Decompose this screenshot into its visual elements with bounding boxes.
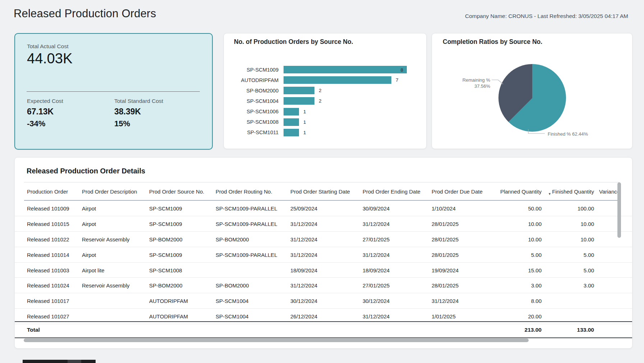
column-header-prod-order-starting-date[interactable]: Prod Order Starting Date xyxy=(290,189,350,195)
column-header-prod-order-routing-no[interactable]: Prod Order Routing No. xyxy=(216,189,272,195)
bar-value-label: 7 xyxy=(396,77,399,83)
cell-prod-order-source-no: AUTODRIPFAM xyxy=(149,313,188,319)
cell-prod-order-routing-no: SP-SCM1009-PARALLEL xyxy=(216,251,277,258)
bar-row: SP-SCM1009 8 xyxy=(234,64,421,75)
cell-prod-order-ending-date: 30/09/2024 xyxy=(363,205,390,211)
total-finished-quantity: 133.00 xyxy=(577,327,594,333)
cell-prod-order-source-no: AUTODRIPFAM xyxy=(149,298,188,304)
sort-descending-icon[interactable]: ▼ xyxy=(548,192,551,196)
table-row[interactable]: Released 101014 Airpot SP-SCM1009 SP-SCM… xyxy=(15,247,632,263)
bar[interactable] xyxy=(284,129,299,136)
cell-production-order: Released 101024 xyxy=(27,282,69,289)
cell-prod-order-routing-no: SP-SCM1004 xyxy=(216,313,249,319)
total-label: Total xyxy=(27,327,40,333)
cell-prod-order-routing-no: SP-BOM2000 xyxy=(216,236,249,242)
table-row[interactable]: Released 101017 AUTODRIPFAM SP-SCM1004 3… xyxy=(15,293,632,309)
table-row[interactable]: Released 101022 Reservoir Assembly SP-BO… xyxy=(15,232,632,247)
cell-prod-order-due-date: 28/01/2025 xyxy=(432,221,459,227)
horizontal-scrollbar-thumb[interactable] xyxy=(24,339,529,342)
bar-chart-title: No. of Production Orders by Source No. xyxy=(234,38,353,46)
pie-chart-panel: Completion Ratios by Source No. Remainin… xyxy=(432,33,632,149)
cell-prod-order-due-date: 19/09/2024 xyxy=(432,267,459,273)
bar[interactable] xyxy=(284,108,299,115)
cell-prod-order-source-no: SP-BOM2000 xyxy=(149,236,183,242)
table-row[interactable]: Released 101009 Airpot SP-SCM1009 SP-SCM… xyxy=(15,201,632,216)
kpi-standard-cost-delta: 15% xyxy=(114,119,130,128)
company-last-refreshed-text: Company Name: CRONUS - Last Refreshed: 3… xyxy=(465,13,628,19)
column-header-prod-order-due-date[interactable]: Prod Order Due Date xyxy=(432,189,483,195)
column-header-planned-quantity[interactable]: Planned Quantity xyxy=(500,189,542,195)
cell-prod-order-starting-date: 18/09/2024 xyxy=(290,267,317,273)
cell-planned-quantity: 50.00 xyxy=(528,205,542,211)
cell-prod-order-ending-date: 18/09/2024 xyxy=(363,267,390,273)
bar-category-label: SP-SCM1006 xyxy=(234,109,279,114)
bar-category-label: SP-SCM1011 xyxy=(234,130,279,135)
kpi-expected-cost-label: Expected Cost xyxy=(27,98,63,104)
cell-planned-quantity: 15.00 xyxy=(528,267,542,273)
pie[interactable] xyxy=(498,64,566,132)
bar[interactable] xyxy=(284,97,314,105)
column-header-variance[interactable]: Variance xyxy=(599,189,618,195)
column-header-prod-order-description[interactable]: Prod Order Description xyxy=(82,189,137,195)
cell-production-order: Released 101014 xyxy=(27,251,69,258)
kpi-card[interactable]: Total Actual Cost 44.03K Expected Cost 6… xyxy=(14,33,213,150)
cell-planned-quantity: 10.00 xyxy=(528,236,542,242)
bar[interactable] xyxy=(284,118,299,126)
column-header-prod-order-source-no[interactable]: Prod Order Source No. xyxy=(149,189,204,195)
cell-prod-order-description: Airpot xyxy=(82,221,96,227)
cell-prod-order-source-no: SP-BOM2000 xyxy=(149,282,183,289)
bar-value-label: 1 xyxy=(303,109,306,114)
table-row[interactable]: Released 101015 Airpot SP-SCM1009 SP-SCM… xyxy=(15,216,632,232)
kpi-expected-cost-delta: -34% xyxy=(27,119,45,128)
pie-label-finished: Finished % 62.44% xyxy=(548,131,588,137)
cell-prod-order-starting-date: 31/12/2024 xyxy=(290,251,317,258)
cell-prod-order-source-no: SP-SCM1009 xyxy=(149,251,182,258)
cell-prod-order-routing-no: SP-SCM1004 xyxy=(216,298,249,304)
cell-prod-order-description: Airpot xyxy=(82,205,96,211)
pie-remaining-pct: 37.56% xyxy=(446,83,490,89)
cell-prod-order-starting-date: 25/09/2024 xyxy=(290,205,317,211)
cell-prod-order-source-no: SP-SCM1009 xyxy=(149,221,182,227)
table-total-row: Total 213.00 133.00 xyxy=(15,321,632,338)
cell-finished-quantity: 5.00 xyxy=(584,251,594,258)
pie-remaining-name: Remaining % xyxy=(446,77,490,83)
column-header-production-order[interactable]: Production Order xyxy=(27,189,68,195)
cell-planned-quantity: 10.00 xyxy=(528,221,542,227)
cell-prod-order-starting-date: 30/12/2024 xyxy=(290,298,317,304)
cell-planned-quantity: 8.00 xyxy=(531,298,542,304)
cell-finished-quantity: 10.00 xyxy=(580,236,594,242)
cell-prod-order-description: Reservoir Assembly xyxy=(82,236,130,242)
table-title: Released Production Order Details xyxy=(27,167,145,175)
cell-prod-order-description: Airpot xyxy=(82,251,96,258)
bar[interactable] xyxy=(284,76,391,84)
cell-planned-quantity: 5.00 xyxy=(531,251,542,258)
cell-finished-quantity: 3.00 xyxy=(584,282,594,289)
cell-prod-order-starting-date: 31/12/2024 xyxy=(290,236,317,242)
cell-prod-order-ending-date: 31/12/2024 xyxy=(363,251,390,258)
pie-label-remaining: Remaining % 37.56% xyxy=(446,77,490,89)
bar-category-label: AUTODRIPFAM xyxy=(234,77,279,83)
bar[interactable] xyxy=(284,87,314,94)
bar-plot-area: SP-SCM1009 8 AUTODRIPFAM 7 SP-BOM2000 2 … xyxy=(234,64,421,138)
kpi-main-value: 44.03K xyxy=(27,50,73,67)
bar-row: SP-BOM2000 2 xyxy=(234,85,421,96)
taskbar-sliver-segment xyxy=(68,360,81,363)
kpi-standard-cost-label: Total Standard Cost xyxy=(114,98,163,104)
cell-prod-order-routing-no: SP-SCM1009-PARALLEL xyxy=(216,221,277,227)
cell-planned-quantity: 3.00 xyxy=(531,282,542,289)
bar[interactable]: 8 xyxy=(284,66,407,73)
table-row[interactable]: Released 101024 Reservoir Assembly SP-BO… xyxy=(15,278,632,293)
table-row[interactable]: Released 101003 Airpot lite SP-SCM1008 1… xyxy=(15,263,632,278)
bar-category-label: SP-SCM1004 xyxy=(234,98,279,104)
kpi-standard-cost-value: 38.39K xyxy=(114,107,141,117)
table-header-row: Production Order Prod Order Description … xyxy=(15,182,632,201)
kpi-title: Total Actual Cost xyxy=(27,43,68,50)
cell-prod-order-description: Airpot lite xyxy=(82,267,105,273)
vertical-scrollbar-thumb[interactable] xyxy=(617,182,621,238)
column-header-prod-order-ending-date[interactable]: Prod Order Ending Date xyxy=(363,189,420,195)
cell-finished-quantity: 5.00 xyxy=(584,267,594,273)
cell-prod-order-due-date: 28/01/2025 xyxy=(432,282,459,289)
cell-prod-order-starting-date: 31/12/2024 xyxy=(290,221,317,227)
cell-prod-order-ending-date: 31/12/2024 xyxy=(363,313,390,319)
column-header-finished-quantity[interactable]: Finished Quantity xyxy=(552,189,594,195)
